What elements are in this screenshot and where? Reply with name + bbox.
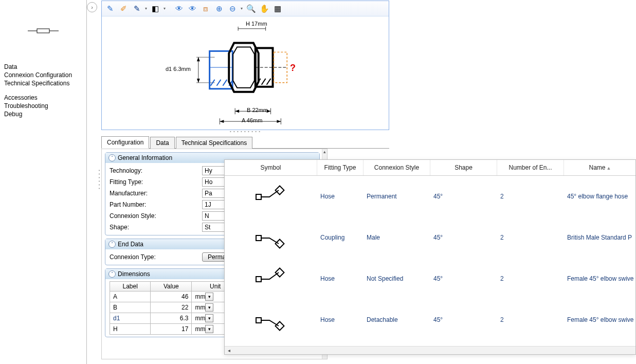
dim-value-cell[interactable]: 6.3	[151, 313, 192, 324]
svg-rect-31	[276, 240, 284, 248]
zoom-in-icon[interactable]: ⊕	[213, 3, 225, 15]
sidebar-item-connexion-config[interactable]: Connexion Configuration	[4, 71, 82, 79]
result-connexion-style: Not Specified	[364, 273, 430, 284]
result-symbol-icon	[225, 306, 317, 333]
field-label: Technology:	[110, 167, 202, 174]
chevron-right-icon: ›	[91, 4, 93, 10]
result-symbol-icon	[225, 224, 317, 251]
unit-dropdown-icon[interactable]: ▾	[205, 293, 213, 301]
col-symbol[interactable]: Symbol	[225, 160, 317, 175]
unit-dropdown-icon[interactable]: ▾	[205, 325, 213, 333]
result-name: Female 45° elbow swive	[564, 314, 635, 325]
sort-asc-icon: ▲	[607, 166, 611, 171]
collapse-icon[interactable]: ˄	[108, 154, 116, 161]
svg-rect-30	[256, 235, 261, 241]
sidebar-item-debug[interactable]: Debug	[4, 110, 82, 118]
sidebar-toggle-button[interactable]: ›	[87, 2, 97, 12]
eye-all-icon[interactable]: 👁	[173, 3, 185, 15]
svg-rect-34	[256, 318, 261, 323]
detail-tabs: Configuration Data Technical Specificati…	[101, 135, 389, 149]
sidebar: Data Connexion Configuration Technical S…	[0, 0, 87, 364]
tool-dropdown-icon[interactable]: ▾	[162, 3, 167, 15]
missing-end-indicator: ?	[290, 63, 296, 74]
svg-marker-6	[220, 120, 224, 123]
dim-value-cell[interactable]: 22	[151, 302, 192, 313]
col-number-of-ends[interactable]: Number of En...	[497, 160, 564, 175]
result-symbol-icon	[225, 265, 317, 292]
zoom-out-icon[interactable]: ⊖	[226, 3, 239, 15]
results-header: Symbol Fitting Type Connexion Style Shap…	[225, 160, 635, 176]
grid-icon[interactable]: ▦	[271, 3, 284, 15]
result-connexion-style: Detachable	[364, 314, 430, 325]
tab-data[interactable]: Data	[150, 137, 174, 149]
dim-value-cell[interactable]: 17	[151, 324, 192, 335]
tool-dropdown-icon[interactable]: ▾	[144, 3, 148, 15]
result-row[interactable]: HoseNot Specified45°2Female 45° elbow sw…	[225, 258, 635, 299]
scroll-left-icon[interactable]: ◂	[225, 348, 233, 353]
panel-resize-handle[interactable]: • • • • • • • • •	[230, 129, 261, 134]
collapse-icon[interactable]: ˄	[108, 241, 116, 248]
svg-marker-11	[235, 110, 239, 113]
svg-rect-35	[276, 322, 284, 331]
results-horizontal-scrollbar[interactable]: ◂	[225, 346, 635, 354]
zoom-fit-icon[interactable]: 🔍	[245, 3, 257, 15]
result-row[interactable]: HoseDetachable45°2Female 45° elbow swive	[225, 299, 635, 340]
field-label: Part Number:	[110, 201, 202, 208]
svg-marker-17	[197, 57, 200, 61]
dim-label-a: A 46mm	[242, 117, 262, 123]
result-row[interactable]: CouplingMale45°2British Male Standard P	[225, 217, 635, 258]
sidebar-nav: Data Connexion Configuration Technical S…	[0, 62, 86, 119]
tab-configuration[interactable]: Configuration	[101, 136, 149, 149]
pencil-blue-icon[interactable]: ✎	[104, 3, 116, 15]
result-symbol-icon	[225, 183, 317, 210]
result-number-of-ends: 2	[497, 273, 564, 284]
field-label: Fitting Type:	[110, 178, 202, 186]
drawing-panel: ✎ ✐ ✎ ▾ ◧ ▾ 👁 👁 ⧈ ⊕ ⊖ ▾ 🔍 ✋ ▦	[101, 1, 389, 130]
svg-rect-29	[276, 186, 284, 195]
col-name[interactable]: Name▲	[564, 160, 636, 175]
result-number-of-ends: 2	[497, 191, 564, 202]
eye-zoom-icon[interactable]: 👁	[186, 3, 198, 15]
pencil-dark-icon[interactable]: ✎	[131, 3, 143, 15]
zoom-window-icon[interactable]: ⧈	[199, 3, 212, 15]
result-shape: 45°	[430, 314, 497, 325]
tab-tech-specs[interactable]: Technical Specifications	[176, 137, 252, 149]
dim-label-cell: d1	[110, 313, 151, 324]
unit-dropdown-icon[interactable]: ▾	[205, 303, 213, 312]
tool-dropdown-icon[interactable]: ▾	[240, 3, 244, 15]
result-name: British Male Standard P	[564, 232, 635, 243]
result-number-of-ends: 2	[497, 232, 564, 243]
result-fitting-type: Coupling	[317, 232, 364, 243]
panel-title: End Data	[118, 241, 143, 248]
col-value[interactable]: Value	[151, 282, 192, 292]
col-label[interactable]: Label	[110, 282, 151, 292]
result-row[interactable]: HosePermanent45°245° elbow flange hose	[225, 176, 635, 217]
panel-title: General Information	[118, 154, 172, 161]
col-connexion-style[interactable]: Connexion Style	[364, 160, 430, 175]
sidebar-item-tech-specs[interactable]: Technical Specifications	[4, 79, 82, 87]
col-shape[interactable]: Shape	[430, 160, 497, 175]
pan-hand-icon[interactable]: ✋	[258, 3, 270, 15]
dim-label-cell: A	[110, 292, 151, 302]
col-fitting-type[interactable]: Fitting Type	[317, 160, 364, 175]
result-shape: 45°	[430, 273, 497, 284]
sidebar-item-accessories[interactable]: Accessories	[4, 94, 82, 102]
svg-marker-24	[233, 47, 255, 87]
dim-label-h: H 17mm	[246, 21, 267, 27]
svg-marker-7	[277, 120, 281, 123]
field-label: Connexion Type:	[110, 253, 202, 261]
drawing-canvas[interactable]: H 17mm d1 6.3mm B 22mm A 46mm ?	[102, 16, 389, 130]
dim-label-cell: H	[110, 324, 151, 335]
result-name: Female 45° elbow swive	[564, 273, 635, 284]
pencil-orange-icon[interactable]: ✐	[117, 3, 130, 15]
field-label: Shape:	[110, 224, 202, 231]
unit-dropdown-icon[interactable]: ▾	[205, 314, 213, 322]
dim-value-cell[interactable]: 46	[151, 292, 192, 302]
eraser-icon[interactable]: ◧	[149, 3, 161, 15]
scroll-up-icon[interactable]: ▴	[322, 149, 327, 154]
svg-rect-1	[37, 29, 49, 33]
sidebar-item-troubleshooting[interactable]: Troubleshooting	[4, 102, 82, 110]
collapse-icon[interactable]: ˄	[108, 270, 116, 278]
sidebar-item-data[interactable]: Data	[4, 63, 82, 71]
field-label: Manufacturer:	[110, 190, 202, 197]
